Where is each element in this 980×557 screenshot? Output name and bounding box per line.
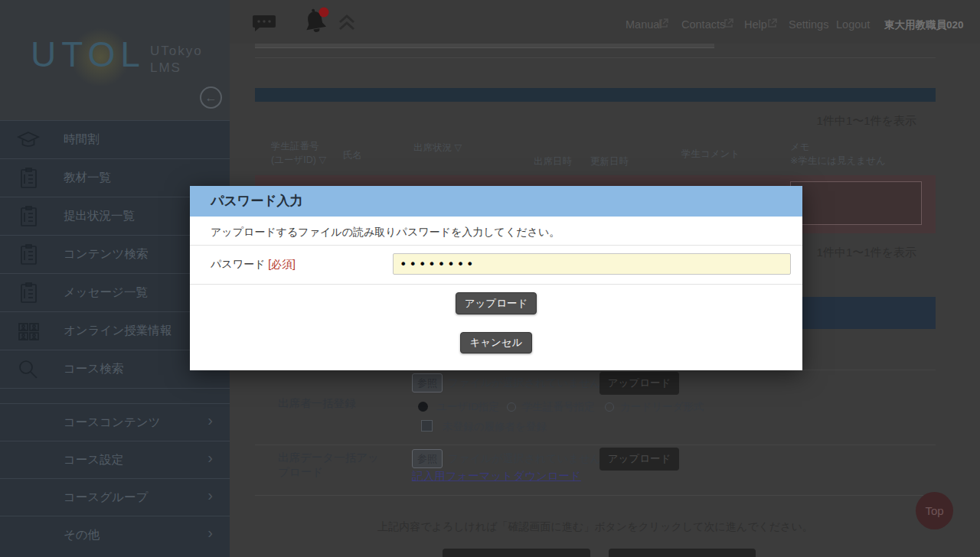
- radio-userid-label[interactable]: ユーザID指定: [436, 400, 499, 414]
- sidebar-item-label: メッセージ一覧: [64, 285, 148, 301]
- logo-subtitle: UTokyo LMS: [150, 43, 203, 77]
- sidebar-logo-area: UTOL UTokyo LMS ←: [0, 0, 230, 120]
- logo-subtitle-line1: UTokyo: [150, 43, 203, 60]
- topbar: Manual Contacts Help Settings Logout 東大用…: [230, 0, 980, 44]
- external-link-icon: [767, 18, 777, 28]
- sidebar-item-label: コース検索: [64, 361, 123, 377]
- sidebar-item-course-group[interactable]: コースグループ ›: [0, 478, 230, 516]
- col-header-updated-time: 更新日時: [590, 155, 629, 168]
- sidebar-item-course-settings[interactable]: コース設定 ›: [0, 441, 230, 478]
- bulk-upload-label-line2: プロード: [278, 465, 323, 480]
- topbar-username: 東大用教職員020: [884, 18, 964, 32]
- collapse-header-icon[interactable]: [338, 15, 356, 34]
- sidebar-course-menu: コースコンテンツ › コース設定 › コースグループ › その他 ›: [0, 403, 230, 553]
- sidebar-collapse-icon[interactable]: ←: [200, 86, 222, 109]
- notification-bell-icon[interactable]: [300, 7, 331, 42]
- utol-page: UTOL UTokyo LMS ← 時間割 教材一覧: [0, 0, 980, 557]
- col-header-student-comment: 学生コメント: [681, 148, 740, 161]
- browse-button[interactable]: 参照: [412, 373, 443, 393]
- col-header-memo-line1: メモ: [790, 141, 810, 154]
- topbar-link-settings[interactable]: Settings: [789, 18, 828, 31]
- back-without-save-button[interactable]: 保存せずに前の画面に戻る: [443, 549, 590, 557]
- attendance-table-header-bar: [255, 88, 936, 102]
- col-header-name: 氏名: [343, 149, 362, 162]
- password-label-text: パスワード: [211, 258, 265, 270]
- video-grid-icon: [16, 320, 41, 343]
- dialog-title: パスワード入力: [211, 186, 303, 217]
- password-label: パスワード [必須]: [211, 258, 296, 272]
- clipboard-icon: [16, 243, 41, 266]
- bulk-register-label: 出席者一括登録: [278, 396, 356, 411]
- chevron-right-icon: ›: [207, 412, 213, 429]
- chevron-right-icon: ›: [207, 524, 213, 542]
- chat-icon[interactable]: [252, 13, 276, 37]
- search-icon: [16, 358, 41, 381]
- clipboard-icon: [16, 282, 41, 305]
- sidebar-item-label: その他: [64, 527, 100, 543]
- scroll-to-top-button[interactable]: Top: [916, 492, 953, 529]
- password-dialog-header: パスワード入力: [190, 186, 802, 217]
- chevron-right-icon: ›: [207, 449, 213, 467]
- col-header-memo-line2: ※学生には見えません: [790, 155, 886, 168]
- topbar-link-manual[interactable]: Manual: [626, 18, 662, 31]
- radio-studentnum[interactable]: [507, 402, 516, 412]
- unregistered-checkbox[interactable]: [421, 420, 433, 432]
- col-header-student-id-line2[interactable]: (ユーザID) ▽: [271, 154, 326, 167]
- sidebar-item-label: オンライン授業情報: [64, 323, 172, 339]
- radio-cardreader[interactable]: [605, 402, 614, 412]
- clipboard-icon: [16, 205, 41, 228]
- topbar-link-logout[interactable]: Logout: [836, 18, 870, 31]
- logo-subtitle-line2: LMS: [150, 60, 203, 77]
- sidebar-item-label: 教材一覧: [64, 170, 111, 186]
- sidebar-item-label: コース設定: [64, 452, 123, 468]
- unregistered-checkbox-label[interactable]: 未登録の履修者を登録: [443, 420, 547, 434]
- radio-studentnum-label[interactable]: 学生証番号指定: [522, 400, 595, 414]
- graduation-cap-icon: [16, 129, 41, 151]
- no-file-selected-text: ファイルが選択されていません。: [448, 452, 612, 466]
- upload-button-register[interactable]: アップロード: [599, 372, 679, 395]
- horizontal-rule: [255, 57, 936, 58]
- external-link-icon: [658, 18, 668, 28]
- sidebar-item-course-contents[interactable]: コースコンテンツ ›: [0, 403, 230, 441]
- password-field[interactable]: [393, 253, 791, 275]
- sidebar-item-timetable[interactable]: 時間割: [0, 120, 230, 158]
- divider: [190, 284, 802, 285]
- go-to-confirm-button[interactable]: 確認画面に進む: [609, 549, 756, 557]
- col-header-attendance-status[interactable]: 出席状況 ▽: [413, 142, 462, 155]
- col-header-attendance-time: 出席日時: [534, 155, 572, 168]
- sidebar-item-label: 時間割: [64, 132, 100, 148]
- radio-userid-selected[interactable]: [418, 402, 428, 412]
- topbar-link-contacts[interactable]: Contacts: [681, 18, 725, 31]
- browse-button[interactable]: 参照: [412, 449, 443, 468]
- sidebar-item-label: コースコンテンツ: [64, 415, 161, 431]
- sidebar-item-others[interactable]: その他 ›: [0, 516, 230, 553]
- password-dialog: パスワード入力 アップロードするファイルの読み取りパスワードを入力してください。…: [190, 186, 802, 370]
- col-header-student-id-line1: 学生証番号: [271, 140, 319, 153]
- divider: [190, 245, 802, 246]
- sidebar-item-label: コンテンツ検索: [64, 246, 148, 262]
- sidebar-item-label: 提出状況一覧: [64, 208, 135, 224]
- utol-logo: UTOL: [31, 34, 145, 75]
- memo-textarea[interactable]: [790, 181, 922, 225]
- card-bottom-border: [255, 495, 936, 496]
- clipboard-icon: [16, 167, 41, 190]
- confirm-instruction-text: 上記内容でよろしければ「確認画面に進む」ボタンをクリックして次に進んでください。: [255, 520, 936, 534]
- chevron-right-icon: ›: [207, 487, 213, 504]
- no-file-selected-text: ファイルが選択されていません。: [448, 376, 612, 390]
- topbar-link-help[interactable]: Help: [744, 18, 767, 31]
- format-download-link[interactable]: 記入用フォーマットダウンロード: [412, 469, 581, 484]
- dialog-upload-button[interactable]: アップロード: [456, 292, 537, 314]
- upload-button-data[interactable]: アップロード: [599, 448, 679, 471]
- required-badge: [必須]: [268, 258, 296, 270]
- bulk-upload-label-line1: 出席データ一括アッ: [278, 451, 379, 465]
- sidebar-item-label: コースグループ: [64, 490, 148, 506]
- external-link-icon: [724, 18, 733, 28]
- previous-section-edge: [255, 44, 714, 48]
- dialog-message: アップロードするファイルの読み取りパスワードを入力してください。: [211, 226, 560, 239]
- row-divider: [255, 445, 936, 445]
- notification-badge: [319, 8, 329, 18]
- dialog-cancel-button[interactable]: キャンセル: [460, 332, 532, 353]
- radio-cardreader-label[interactable]: カードリーダ形式: [620, 400, 704, 414]
- result-count-top: 1件中1〜1件を表示: [689, 114, 916, 129]
